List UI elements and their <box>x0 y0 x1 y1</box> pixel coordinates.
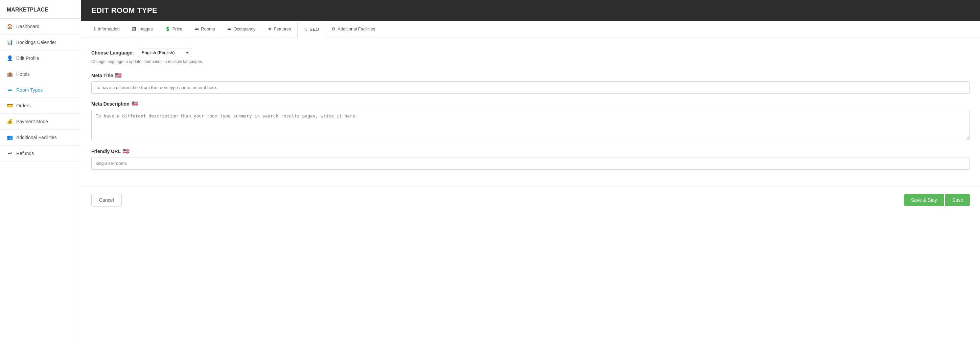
sidebar-item-dashboard[interactable]: 🏠 Dashboard <box>0 19 81 35</box>
dashboard-icon: 🏠 <box>7 23 13 29</box>
sidebar-item-edit-profile[interactable]: 👤 Edit Profile <box>0 50 81 66</box>
sidebar-item-label: Orders <box>16 103 31 109</box>
meta-title-label: Meta Title 🇺🇸 <box>91 72 970 78</box>
occupancy-icon: 🛏 <box>227 26 232 32</box>
refunds-icon: ↩ <box>7 150 13 156</box>
sidebar-item-additional-facilities[interactable]: 👥 Additional Facilities <box>0 130 81 145</box>
sidebar-item-label: Payment Mode <box>16 119 48 124</box>
tab-rooms[interactable]: 🛏 Rooms <box>188 21 221 38</box>
sidebar-item-orders[interactable]: 💳 Orders <box>0 98 81 114</box>
facilities-icon: 👥 <box>7 134 13 140</box>
tab-seo[interactable]: ☆ SEO <box>297 21 325 38</box>
page-title: EDIT ROOM TYPE <box>81 0 980 21</box>
images-icon: 🖼 <box>132 26 136 32</box>
sidebar-item-label: Room Types <box>16 87 43 93</box>
form-body: Choose Language: English (English) Chang… <box>81 38 980 187</box>
orders-icon: 💳 <box>7 102 13 109</box>
save-stay-button[interactable]: Save & Stay <box>904 194 944 206</box>
content-area: ℹ Information 🖼 Images 💲 Price 🛏 Rooms 🛏… <box>81 21 980 348</box>
tab-images[interactable]: 🖼 Images <box>126 21 159 38</box>
friendly-url-input[interactable] <box>91 157 970 169</box>
sidebar-item-payment-mode[interactable]: 💰 Payment Mode <box>0 114 81 130</box>
form-footer: Cancel Save & Stay Save <box>81 187 980 213</box>
information-icon: ℹ <box>94 26 96 32</box>
tab-occupancy[interactable]: 🛏 Occupancy <box>221 21 262 38</box>
sidebar-item-refunds[interactable]: ↩ Refunds <box>0 145 81 161</box>
meta-title-flag: 🇺🇸 <box>115 72 122 78</box>
language-row: Choose Language: English (English) <box>91 48 970 57</box>
sidebar-item-room-types[interactable]: 🛏 Room Types <box>0 82 81 98</box>
room-types-icon: 🛏 <box>7 87 13 93</box>
sidebar: MARKETPLACE 🏠 Dashboard 📊 Bookings Calen… <box>0 0 81 348</box>
meta-desc-flag: 🇺🇸 <box>132 101 138 107</box>
friendly-url-label: Friendly URL 🇺🇸 <box>91 148 970 154</box>
seo-icon: ☆ <box>304 27 308 32</box>
sidebar-item-label: Dashboard <box>16 24 40 29</box>
tab-information[interactable]: ℹ Information <box>88 21 126 38</box>
payment-icon: 💰 <box>7 118 13 125</box>
sidebar-item-label: Bookings Calender <box>16 40 56 45</box>
features-icon: ★ <box>268 26 272 32</box>
meta-title-input[interactable] <box>91 81 970 94</box>
sidebar-item-bookings-calender[interactable]: 📊 Bookings Calender <box>0 35 81 50</box>
sidebar-item-label: Additional Facilities <box>16 135 57 140</box>
language-label: Choose Language: <box>91 50 134 56</box>
save-button-group: Save & Stay Save <box>904 194 970 206</box>
tab-features[interactable]: ★ Features <box>262 21 297 38</box>
sidebar-item-hotels[interactable]: 🏨 Hotels <box>0 66 81 82</box>
meta-desc-label: Meta Description 🇺🇸 <box>91 101 970 107</box>
sidebar-title: MARKETPLACE <box>0 0 81 19</box>
tabs-bar: ℹ Information 🖼 Images 💲 Price 🛏 Rooms 🛏… <box>81 21 980 38</box>
sidebar-item-label: Edit Profile <box>16 56 39 61</box>
price-icon: 💲 <box>165 26 170 32</box>
meta-desc-textarea[interactable] <box>91 110 970 140</box>
additional-facilities-icon: ⚙ <box>331 26 336 32</box>
language-hint: Change language to update information in… <box>91 59 970 64</box>
main-area: EDIT ROOM TYPE ℹ Information 🖼 Images 💲 … <box>81 0 980 348</box>
sidebar-item-label: Hotels <box>16 72 30 77</box>
bookings-icon: 📊 <box>7 39 13 45</box>
tab-price[interactable]: 💲 Price <box>159 21 189 38</box>
save-button[interactable]: Save <box>945 194 970 206</box>
friendly-url-flag: 🇺🇸 <box>123 148 129 154</box>
edit-profile-icon: 👤 <box>7 55 13 61</box>
tab-additional-facilities[interactable]: ⚙ Additional Facilities <box>325 21 381 38</box>
language-select[interactable]: English (English) <box>138 48 192 57</box>
cancel-button[interactable]: Cancel <box>91 194 122 206</box>
hotels-icon: 🏨 <box>7 71 13 77</box>
rooms-icon: 🛏 <box>194 26 199 32</box>
sidebar-item-label: Refunds <box>16 151 34 156</box>
